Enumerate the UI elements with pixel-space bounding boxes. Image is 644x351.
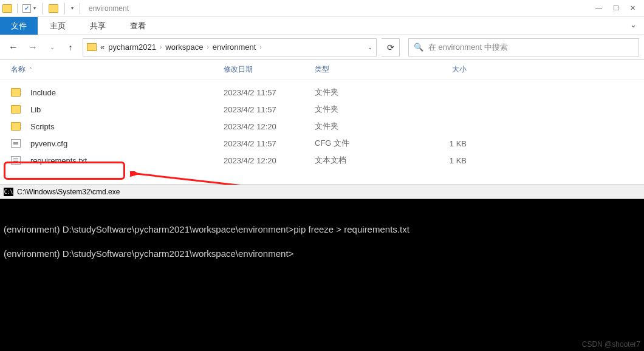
sort-arrow-icon: ˄: [29, 67, 32, 73]
file-type: 文件夹: [315, 121, 418, 132]
tab-home[interactable]: 主页: [38, 17, 78, 35]
cmd-title-bar: C:\ C:\Windows\System32\cmd.exe: [0, 185, 644, 199]
chevron-right-icon: ›: [160, 44, 162, 50]
window-title: environment: [89, 4, 129, 13]
column-name-label: 名称: [11, 64, 26, 75]
terminal[interactable]: (environment) D:\studySoftware\pycharm20…: [0, 199, 644, 351]
properties-checkbox-icon[interactable]: ✔: [22, 4, 31, 13]
file-date: 2023/4/2 11:57: [224, 88, 315, 97]
file-name: Scripts: [30, 122, 55, 131]
tab-share[interactable]: 共享: [78, 17, 118, 35]
file-type: 文本文档: [315, 155, 418, 166]
column-date[interactable]: 修改日期: [224, 64, 315, 75]
folder-icon: [49, 4, 58, 13]
breadcrumb-item[interactable]: environment: [213, 43, 256, 52]
breadcrumb-item[interactable]: pycharm2021: [108, 43, 156, 52]
breadcrumb-prefix: «: [100, 43, 104, 52]
file-list: Include 2023/4/2 11:57 文件夹 Lib 2023/4/2 …: [0, 80, 644, 169]
folder-icon: [11, 122, 21, 131]
cmd-icon: C:\: [4, 188, 13, 196]
search-icon: 🔍: [414, 43, 423, 52]
close-button[interactable]: ✕: [630, 4, 635, 12]
chevron-down-icon[interactable]: ▾: [33, 5, 36, 11]
breadcrumb-item[interactable]: workspace: [165, 43, 203, 52]
file-date: 2023/4/2 11:57: [224, 105, 315, 114]
title-bar: ✔ ▾ ▾ environment — ☐ ✕: [0, 0, 644, 17]
address-bar[interactable]: « pycharm2021 › workspace › environment …: [83, 38, 377, 56]
text-file-icon: [11, 156, 21, 165]
navigation-toolbar: ← → ⌄ ↑ « pycharm2021 › workspace › envi…: [0, 35, 644, 60]
column-type[interactable]: 类型: [315, 64, 418, 75]
maximize-button[interactable]: ☐: [613, 4, 619, 12]
search-input[interactable]: 🔍 在 environment 中搜索: [408, 38, 639, 56]
folder-icon: [11, 105, 21, 114]
terminal-line: (environment) D:\studySoftware\pycharm20…: [4, 224, 409, 234]
config-file-icon: [11, 139, 21, 148]
tab-file[interactable]: 文件: [0, 17, 38, 35]
file-size: 1 KB: [418, 139, 479, 148]
ribbon-tabs: 文件 主页 共享 查看 ⌄: [0, 17, 644, 35]
file-name: Lib: [30, 105, 41, 114]
divider: [80, 3, 80, 14]
column-size[interactable]: 大小: [418, 64, 479, 75]
up-button[interactable]: ↑: [63, 40, 78, 55]
chevron-right-icon: ›: [259, 44, 261, 50]
quick-access-toolbar: ✔ ▾ ▾ environment: [2, 3, 129, 14]
ribbon-expand-icon[interactable]: ⌄: [623, 17, 644, 35]
minimize-button[interactable]: —: [595, 4, 602, 12]
file-date: 2023/4/2 12:20: [224, 122, 315, 131]
file-type: 文件夹: [315, 104, 418, 115]
folder-icon: [11, 88, 21, 97]
folder-icon: [2, 4, 12, 13]
column-name[interactable]: 名称 ˄: [11, 64, 224, 75]
cmd-title: C:\Windows\System32\cmd.exe: [17, 188, 120, 196]
tab-view[interactable]: 查看: [118, 17, 158, 35]
divider: [64, 3, 65, 14]
file-type: CFG 文件: [315, 138, 418, 149]
file-row[interactable]: pyvenv.cfg 2023/4/2 11:57 CFG 文件 1 KB: [0, 135, 644, 152]
qat-divider: [17, 4, 18, 13]
divider: [42, 3, 43, 14]
file-row[interactable]: Include 2023/4/2 11:57 文件夹: [0, 84, 644, 101]
file-size: 1 KB: [418, 156, 479, 165]
column-headers: 名称 ˄ 修改日期 类型 大小: [0, 60, 644, 80]
search-placeholder: 在 environment 中搜索: [428, 42, 508, 53]
file-row[interactable]: requirements.txt 2023/4/2 12:20 文本文档 1 K…: [0, 152, 644, 169]
file-type: 文件夹: [315, 87, 418, 98]
file-date: 2023/4/2 11:57: [224, 139, 315, 148]
forward-button[interactable]: →: [24, 39, 41, 56]
file-name: requirements.txt: [30, 156, 87, 165]
folder-icon: [87, 43, 97, 51]
qat-customize-icon[interactable]: ▾: [71, 5, 74, 11]
back-button[interactable]: ←: [5, 39, 22, 56]
file-name: Include: [30, 88, 56, 97]
window-controls: — ☐ ✕: [595, 4, 642, 12]
refresh-button[interactable]: ⟳: [382, 38, 400, 56]
file-row[interactable]: Scripts 2023/4/2 12:20 文件夹: [0, 118, 644, 135]
terminal-line: (environment) D:\studySoftware\pycharm20…: [4, 248, 293, 259]
recent-locations-icon[interactable]: ⌄: [44, 39, 61, 56]
chevron-right-icon: ›: [207, 44, 209, 50]
file-row[interactable]: Lib 2023/4/2 11:57 文件夹: [0, 101, 644, 118]
watermark: CSDN @shooter7: [582, 340, 640, 349]
file-name: pyvenv.cfg: [30, 139, 67, 148]
file-date: 2023/4/2 12:20: [224, 156, 315, 165]
address-dropdown-icon[interactable]: ⌄: [368, 44, 372, 50]
